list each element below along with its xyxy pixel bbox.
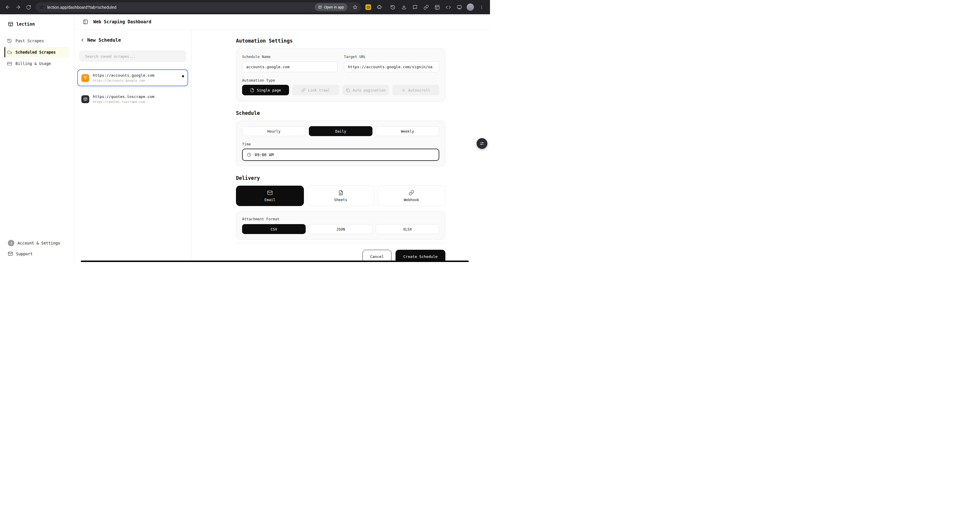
forward-button[interactable] xyxy=(13,2,23,13)
panel-title: New Schedule xyxy=(87,37,121,43)
schedule-heading: Schedule xyxy=(236,110,445,116)
open-in-app-button[interactable]: Open in app xyxy=(315,3,347,11)
sidebar-item-scheduled-scrapes[interactable]: Scheduled Scrapes xyxy=(5,47,70,57)
footer-divider xyxy=(236,243,445,243)
search-input[interactable] xyxy=(80,51,186,62)
scrape-subtitle: https://quotes.toscrape.com xyxy=(93,100,154,104)
automation-type-options: Single page Link trawl xyxy=(242,85,439,95)
attachment-format-card: Attachment Format CSV JSON XLSX xyxy=(236,211,445,240)
back-chevron-icon[interactable] xyxy=(80,38,85,43)
delivery-heading: Delivery xyxy=(236,175,445,181)
brand[interactable]: lection xyxy=(0,21,74,27)
download-icon[interactable] xyxy=(399,2,409,12)
link-icon xyxy=(301,88,305,92)
automation-settings-heading: Automation Settings xyxy=(236,38,445,44)
delivery-sheets-button[interactable]: Sheets xyxy=(307,186,375,206)
extensions-puzzle-icon[interactable] xyxy=(374,2,384,12)
table-icon[interactable] xyxy=(432,2,442,12)
brand-name: lection xyxy=(16,22,35,27)
form-actions: Cancel Create Schedule xyxy=(236,250,445,262)
sidebar-item-billing-usage[interactable]: Billing & Usage xyxy=(5,58,70,69)
scrape-item-accounts-google[interactable]: Y https://accounts.google.com https://ac… xyxy=(77,69,188,86)
schedule-name-input[interactable] xyxy=(242,61,337,72)
account-settings-label: Account & Settings xyxy=(18,241,60,245)
page-icon xyxy=(250,88,255,92)
schedule-name-label: Schedule Name xyxy=(242,54,337,59)
type-link-trawl-button[interactable]: Link trawl xyxy=(292,85,339,95)
history-icon[interactable] xyxy=(388,2,398,12)
panel-title-row: New Schedule xyxy=(77,37,188,43)
lection-extension-icon[interactable] xyxy=(363,2,373,12)
frequency-weekly-button[interactable]: Weekly xyxy=(375,126,439,136)
type-autoscroll-button[interactable]: Autoscroll xyxy=(392,85,439,95)
main-panel: Automation Settings Schedule Name Target… xyxy=(191,30,490,262)
pages-icon xyxy=(346,88,350,92)
address-bar[interactable]: lection.app/dashboard?tab=scheduled Open… xyxy=(36,2,361,12)
bottom-dock-edge xyxy=(81,260,469,262)
active-dot xyxy=(182,75,184,77)
back-button[interactable] xyxy=(2,2,13,13)
format-json-button[interactable]: JSON xyxy=(309,224,372,234)
scrape-title: https://accounts.google.com xyxy=(93,73,154,78)
delivery-webhook-button[interactable]: Webhook xyxy=(377,186,445,206)
time-input[interactable]: 09:00 AM xyxy=(242,149,439,161)
frequency-hourly-button[interactable]: Hourly xyxy=(242,126,305,136)
panel-toggle-icon[interactable] xyxy=(83,19,88,24)
schedule-panel: New Schedule Y https://accounts.google.c… xyxy=(75,30,191,262)
sidebar: lection Past Scrapes Scheduled Scrapes B… xyxy=(0,14,75,262)
site-settings-icon[interactable] xyxy=(40,5,44,10)
account-settings-button[interactable]: J Account & Settings xyxy=(8,240,66,246)
cancel-button[interactable]: Cancel xyxy=(363,250,391,262)
format-csv-button[interactable]: CSV xyxy=(242,224,305,234)
mail-icon xyxy=(267,190,273,195)
sidebar-item-past-scrapes[interactable]: Past Scrapes xyxy=(5,36,70,46)
cloud-icon xyxy=(7,50,12,55)
profile-avatar[interactable] xyxy=(465,2,476,12)
schedule-card: Hourly Daily Weekly Time xyxy=(236,121,445,167)
sidebar-footer: J Account & Settings Support xyxy=(0,240,74,256)
toolbar-extensions xyxy=(363,2,487,12)
dashboard-header: Web Scraping Dashboard xyxy=(75,14,490,30)
scrape-subtitle: https://accounts.google.com xyxy=(93,79,154,83)
page-title: Web Scraping Dashboard xyxy=(93,19,151,24)
support-button[interactable]: Support xyxy=(8,251,66,256)
target-url-input[interactable] xyxy=(344,61,439,72)
link-icon[interactable] xyxy=(421,2,431,12)
scrape-item-quotes-toscrape[interactable]: https://quotes.toscrape.com https://quot… xyxy=(77,91,188,108)
automation-settings-card: Schedule Name Target URL Automation Type xyxy=(236,48,445,102)
lection-logo-icon xyxy=(8,21,13,27)
browser-menu-icon[interactable] xyxy=(476,2,487,12)
support-label: Support xyxy=(16,251,33,256)
bookmark-star-icon[interactable] xyxy=(351,3,360,12)
format-xlsx-button[interactable]: XLSX xyxy=(375,224,439,234)
site-favicon xyxy=(81,95,89,103)
app-window: lection Past Scrapes Scheduled Scrapes B… xyxy=(0,14,490,262)
sidebar-item-label: Billing & Usage xyxy=(16,61,51,66)
credit-card-icon xyxy=(7,61,12,66)
capture-icon[interactable] xyxy=(454,2,465,12)
mail-icon xyxy=(8,251,13,256)
automation-type-label: Automation Type xyxy=(242,78,439,83)
history-icon xyxy=(7,38,12,43)
content-body: New Schedule Y https://accounts.google.c… xyxy=(75,30,490,262)
url-text[interactable]: lection.app/dashboard?tab=scheduled xyxy=(47,5,312,10)
link-icon xyxy=(409,190,414,195)
reload-button[interactable] xyxy=(23,2,34,13)
sidebar-item-label: Past Scrapes xyxy=(16,38,44,43)
delivery-email-button[interactable]: Email xyxy=(236,186,304,206)
create-schedule-button[interactable]: Create Schedule xyxy=(396,250,445,262)
chevrons-down-icon xyxy=(401,88,406,92)
saved-scrapes-list: Y https://accounts.google.com https://ac… xyxy=(77,69,188,108)
open-in-app-label: Open in app xyxy=(324,5,344,10)
app-grid-icon xyxy=(318,5,322,9)
browser-toolbar: lection.app/dashboard?tab=scheduled Open… xyxy=(0,0,490,14)
delivery-options: Email Sheets Webhook xyxy=(236,186,445,206)
floating-widget-button[interactable] xyxy=(477,138,487,149)
type-auto-pagination-button[interactable]: Auto pagination xyxy=(342,85,390,95)
frequency-daily-button[interactable]: Daily xyxy=(309,126,372,136)
type-single-page-button[interactable]: Single page xyxy=(242,85,289,95)
code-icon[interactable] xyxy=(443,2,453,12)
target-url-label: Target URL xyxy=(344,54,439,59)
clock-icon xyxy=(247,152,251,157)
reading-list-icon[interactable] xyxy=(410,2,420,12)
